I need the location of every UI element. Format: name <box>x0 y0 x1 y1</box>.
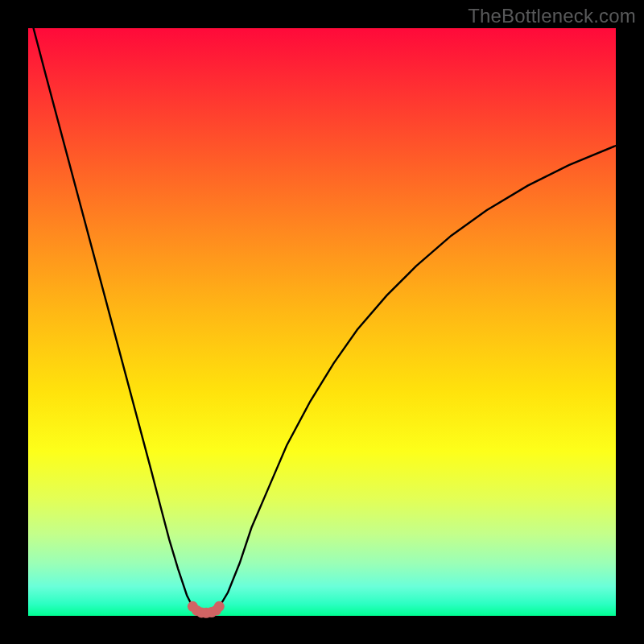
curve-right-branch <box>219 146 616 607</box>
chart-svg <box>28 28 616 616</box>
watermark-text: TheBottleneck.com <box>468 5 636 27</box>
curve-trough-dots <box>188 601 225 618</box>
curve-left-branch <box>34 28 193 607</box>
chart-frame: TheBottleneck.com <box>0 0 644 644</box>
trough-dot <box>214 601 225 612</box>
chart-plot-area <box>28 28 616 616</box>
